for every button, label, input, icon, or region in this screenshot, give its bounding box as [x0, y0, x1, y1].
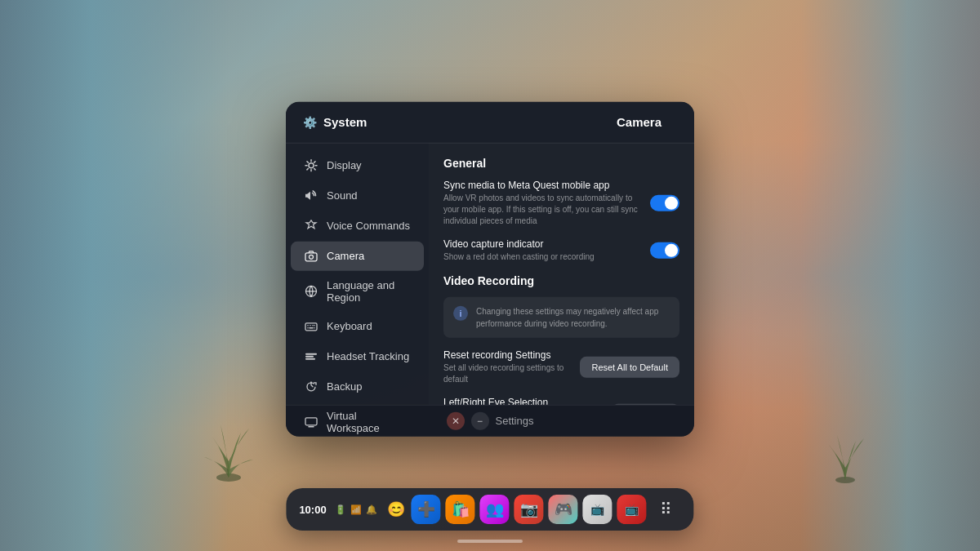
taskbar-indicators: 🔋 📶 🔔: [335, 504, 377, 515]
headset-tracking-icon: [304, 349, 318, 363]
svg-rect-26: [305, 417, 317, 424]
general-section-title: General: [443, 156, 679, 169]
svg-rect-25: [305, 358, 315, 359]
plant-left-decoration: [196, 388, 261, 486]
sidebar-item-virtual-workspace[interactable]: Virtual Workspace: [291, 402, 424, 436]
sidebar-voice-label: Voice Commands: [327, 220, 410, 232]
sidebar-item-display[interactable]: Display: [291, 150, 424, 180]
sidebar-item-keyboard[interactable]: Keyboard: [291, 311, 424, 340]
sidebar-backup-label: Backup: [327, 380, 362, 393]
app-icon-5[interactable]: 🎮: [549, 495, 578, 524]
system-title: System: [323, 115, 367, 129]
language-icon: [304, 283, 318, 298]
sync-check-icon: ✓: [670, 198, 677, 207]
info-icon: i: [453, 305, 468, 320]
taskbar: 10:00 🔋 📶 🔔 😊 ➕ 🛍️ 👥 📷 🎮 📺 📺 ⠿: [286, 488, 693, 531]
system-icon: ⚙️: [302, 114, 317, 129]
minimize-button[interactable]: −: [471, 411, 489, 429]
taskbar-apps: ➕ 🛍️ 👥 📷 🎮 📺 📺 ⠿: [412, 495, 681, 524]
taskbar-avatar: 😊: [387, 500, 405, 518]
voice-commands-icon: [304, 218, 318, 233]
content-area: General Sync media to Meta Quest mobile …: [429, 143, 694, 404]
svg-rect-23: [305, 353, 317, 354]
reset-row: Reset recording Settings Set all video r…: [443, 349, 679, 384]
arch-left: [0, 0, 229, 551]
svg-line-9: [314, 161, 315, 162]
sidebar-workspace-label: Virtual Workspace: [327, 409, 411, 433]
sidebar-item-camera[interactable]: Camera: [291, 241, 424, 270]
svg-rect-24: [305, 355, 314, 357]
capture-indicator-row: Video capture indicator Show a red dot w…: [443, 238, 679, 262]
sync-media-desc: Allow VR photos and videos to sync autom…: [443, 192, 640, 226]
eye-selection-dropdown[interactable]: Right Eye ▾: [612, 403, 679, 404]
capture-indicator-label: Video capture indicator: [443, 238, 640, 249]
sidebar-headset-label: Headset Tracking: [327, 350, 409, 362]
battery-icon: 🔋: [335, 504, 346, 515]
svg-line-8: [314, 168, 315, 169]
minimize-icon: −: [477, 415, 483, 426]
app-icon-2[interactable]: 🛍️: [446, 495, 475, 524]
sync-media-row: Sync media to Meta Quest mobile app Allo…: [443, 179, 679, 226]
app-icon-7[interactable]: 📺: [617, 495, 647, 524]
app-icon-3[interactable]: 👥: [480, 495, 510, 524]
reset-label: Reset recording Settings: [443, 349, 570, 360]
sidebar-camera-label: Camera: [327, 250, 364, 262]
bell-icon: 🔔: [366, 504, 377, 515]
keyboard-icon: [304, 318, 318, 333]
display-icon: [304, 158, 318, 172]
sidebar-keyboard-label: Keyboard: [327, 320, 372, 332]
taskbar-time: 10:00: [299, 504, 326, 516]
backup-icon: [304, 379, 318, 393]
system-header: ⚙️ System: [302, 114, 617, 129]
sidebar-item-voice-commands[interactable]: Voice Commands: [291, 211, 424, 240]
sidebar-item-backup[interactable]: Backup: [291, 371, 424, 401]
eye-selection-row: Left/Right Eye Selection Choose which ey…: [443, 396, 679, 404]
info-box: i Changing these settings may negatively…: [443, 296, 679, 337]
virtual-workspace-icon: [304, 414, 318, 429]
svg-rect-11: [305, 252, 317, 260]
app-grid-button[interactable]: ⠿: [652, 495, 681, 524]
capture-indicator-desc: Show a red dot when casting or recording: [443, 251, 640, 262]
svg-point-2: [309, 162, 314, 167]
close-button[interactable]: ✕: [447, 411, 465, 429]
reset-text: Reset recording Settings Set all video r…: [443, 349, 570, 384]
sound-icon: [304, 188, 318, 202]
sync-media-text: Sync media to Meta Quest mobile app Allo…: [443, 179, 640, 226]
sidebar-item-sound[interactable]: Sound: [291, 180, 424, 210]
app-icon-4[interactable]: 📷: [514, 495, 544, 524]
reset-desc: Set all video recording settings to defa…: [443, 362, 570, 384]
camera-title: Camera: [617, 115, 678, 129]
app-icon-1[interactable]: ➕: [412, 495, 441, 524]
settings-panel: ⚙️ System Camera: [286, 101, 694, 436]
reset-all-button[interactable]: Reset All to Default: [580, 356, 679, 377]
sidebar-display-label: Display: [327, 159, 362, 171]
panel-header: ⚙️ System Camera: [286, 101, 694, 143]
capture-indicator-toggle[interactable]: ✓: [650, 242, 679, 258]
capture-check-icon: ✓: [670, 246, 677, 254]
svg-line-7: [307, 161, 308, 162]
scroll-handle: [457, 540, 523, 543]
svg-point-12: [310, 255, 314, 259]
sidebar-sound-label: Sound: [327, 189, 358, 202]
eye-selection-text: Left/Right Eye Selection Choose which ey…: [443, 396, 602, 404]
wifi-icon: 📶: [350, 504, 362, 515]
section-divider: Video Recording: [443, 273, 679, 287]
info-text: Changing these settings may negatively a…: [476, 304, 670, 329]
video-recording-title: Video Recording: [443, 273, 679, 287]
capture-indicator-text: Video capture indicator Show a red dot w…: [443, 238, 640, 262]
sidebar-item-language[interactable]: Language and Region: [291, 271, 424, 310]
sync-media-label: Sync media to Meta Quest mobile app: [443, 179, 640, 190]
panel-body: Display Sound Voice Co: [286, 143, 694, 404]
sync-media-toggle[interactable]: ✓: [650, 194, 679, 211]
sidebar: Display Sound Voice Co: [286, 143, 429, 404]
sidebar-language-label: Language and Region: [327, 278, 411, 303]
plant-right-decoration: [817, 404, 874, 486]
svg-rect-15: [305, 322, 317, 330]
eye-selection-label: Left/Right Eye Selection: [443, 396, 602, 404]
app-icon-6[interactable]: 📺: [583, 495, 612, 524]
close-icon: ✕: [452, 415, 460, 426]
footer-settings-label: Settings: [496, 415, 534, 427]
svg-line-10: [307, 168, 308, 169]
camera-icon: [304, 248, 318, 263]
sidebar-item-headset-tracking[interactable]: Headset Tracking: [291, 341, 424, 371]
